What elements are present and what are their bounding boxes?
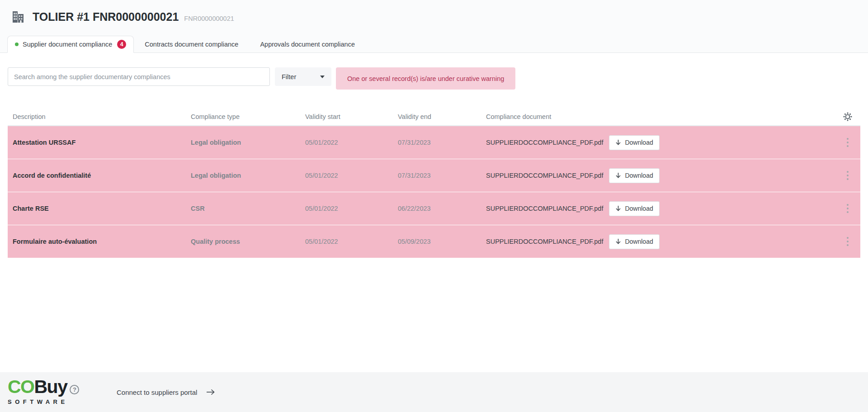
column-settings-button[interactable] — [835, 112, 860, 121]
col-validity-end: Validity end — [398, 113, 486, 120]
row-validity-start: 05/01/2022 — [305, 172, 398, 179]
arrow-down-icon — [615, 205, 621, 212]
suppliers-portal-link[interactable]: Connect to suppliers portal — [117, 372, 215, 412]
logo-buy: Buy — [34, 376, 67, 397]
portal-link-label: Connect to suppliers portal — [117, 388, 197, 396]
table-header: Description Compliance type Validity sta… — [8, 108, 860, 125]
download-button[interactable]: Download — [609, 168, 659, 183]
chevron-down-icon — [320, 76, 325, 78]
logo-co: CO — [8, 376, 34, 397]
table-row[interactable]: Charte RSE CSR 05/01/2022 06/22/2023 SUP… — [8, 192, 860, 225]
footer: COBuy ? SOFTWARE Connect to suppliers po… — [0, 372, 868, 412]
curative-warning-banner: One or several record(s) is/are under cu… — [336, 67, 515, 90]
row-menu-button[interactable] — [844, 168, 851, 183]
table-row[interactable]: Accord de confidentialité Legal obligati… — [8, 159, 860, 192]
row-validity-end: 07/31/2023 — [398, 172, 486, 179]
row-validity-end: 05/09/2023 — [398, 238, 486, 245]
supplier-compliance-page: TOLIER #1 FNR0000000021 FNR0000000021 Su… — [0, 0, 868, 412]
col-compliance-document: Compliance document — [486, 113, 835, 120]
col-description: Description — [13, 113, 191, 120]
tab-label: Supplier document compliance — [23, 41, 112, 48]
page-title: TOLIER #1 FNR0000000021 — [33, 10, 179, 24]
document-filename: SUPPLIERDOCCOMPLIANCE_PDF.pdf — [486, 205, 603, 212]
tab-count-badge: 4 — [117, 40, 126, 49]
tab-contracts-document-compliance[interactable]: Contracts document compliance — [134, 36, 249, 52]
logo-software-label: SOFTWARE — [8, 398, 79, 405]
building-icon — [10, 9, 25, 24]
col-compliance-type: Compliance type — [191, 113, 305, 120]
table-row[interactable]: Formulaire auto-évaluation Quality proce… — [8, 225, 860, 258]
compliance-table: Attestation URSSAF Legal obligation 05/0… — [8, 125, 860, 258]
page-header: TOLIER #1 FNR0000000021 FNR0000000021 Su… — [0, 0, 868, 53]
download-button[interactable]: Download — [609, 234, 659, 249]
row-compliance-type: Quality process — [191, 238, 305, 245]
cobuy-logo: COBuy ? SOFTWARE — [8, 378, 79, 405]
row-validity-start: 05/01/2022 — [305, 238, 398, 245]
gear-icon — [843, 112, 852, 121]
search-input[interactable] — [8, 67, 270, 86]
row-menu-button[interactable] — [844, 234, 851, 249]
status-dot-icon — [15, 43, 19, 46]
tab-supplier-document-compliance[interactable]: Supplier document compliance 4 — [7, 36, 134, 53]
row-description: Charte RSE — [13, 205, 191, 212]
tab-label: Contracts document compliance — [145, 41, 238, 48]
tab-approvals-document-compliance[interactable]: Approvals document compliance — [249, 36, 366, 52]
row-menu-button[interactable] — [844, 201, 851, 216]
filter-label: Filter — [282, 73, 296, 81]
question-circle-icon[interactable]: ? — [70, 385, 79, 394]
row-description: Formulaire auto-évaluation — [13, 238, 191, 245]
row-validity-end: 07/31/2023 — [398, 139, 486, 146]
row-validity-end: 06/22/2023 — [398, 205, 486, 212]
table-row[interactable]: Attestation URSSAF Legal obligation 05/0… — [8, 126, 860, 159]
document-filename: SUPPLIERDOCCOMPLIANCE_PDF.pdf — [486, 139, 603, 146]
supplier-code: FNR0000000021 — [184, 15, 234, 22]
tab-label: Approvals document compliance — [260, 41, 355, 48]
filter-dropdown[interactable]: Filter — [275, 67, 331, 86]
toolbar: Filter One or several record(s) is/are u… — [8, 67, 860, 90]
supplier-header: TOLIER #1 FNR0000000021 FNR0000000021 — [10, 9, 234, 24]
download-button[interactable]: Download — [609, 135, 659, 150]
arrow-down-icon — [615, 139, 621, 146]
row-validity-start: 05/01/2022 — [305, 205, 398, 212]
row-description: Accord de confidentialité — [13, 172, 191, 179]
row-description: Attestation URSSAF — [13, 139, 191, 146]
arrow-down-icon — [615, 238, 621, 245]
row-compliance-type: Legal obligation — [191, 139, 305, 146]
row-menu-button[interactable] — [844, 135, 851, 150]
arrow-right-icon — [206, 389, 215, 395]
row-compliance-type: CSR — [191, 205, 305, 212]
tab-bar: Supplier document compliance 4 Contracts… — [7, 36, 366, 53]
row-validity-start: 05/01/2022 — [305, 139, 398, 146]
document-filename: SUPPLIERDOCCOMPLIANCE_PDF.pdf — [486, 238, 603, 245]
col-validity-start: Validity start — [305, 113, 398, 120]
document-filename: SUPPLIERDOCCOMPLIANCE_PDF.pdf — [486, 172, 603, 179]
download-button[interactable]: Download — [609, 201, 659, 216]
arrow-down-icon — [615, 172, 621, 179]
row-compliance-type: Legal obligation — [191, 172, 305, 179]
warning-text: One or several record(s) is/are under cu… — [347, 75, 504, 82]
